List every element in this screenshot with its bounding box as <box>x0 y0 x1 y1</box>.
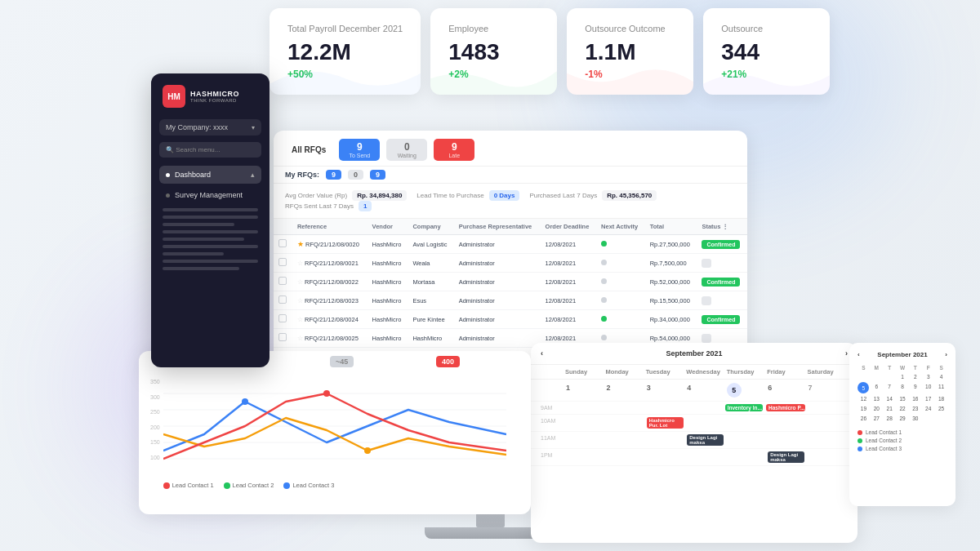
mini-cal-num[interactable]: 12 <box>858 394 870 403</box>
table-row[interactable]: ☆ RFQ/21/12/08/0021 HashMicro Weala Admi… <box>274 254 747 273</box>
th-vendor: Vendor <box>368 219 408 235</box>
mini-cal-num[interactable]: 15 <box>897 394 909 403</box>
mini-cal-num[interactable]: 17 <box>922 394 934 403</box>
mini-cal-num[interactable]: 24 <box>922 404 934 413</box>
checkbox[interactable] <box>278 295 287 304</box>
mini-cal-num[interactable]: 3 <box>922 372 934 381</box>
status-badge <box>702 296 711 305</box>
mini-cal-num[interactable]: 28 <box>884 414 896 423</box>
table-row[interactable]: ☆ RFQ/21/12/08/0022 HashMicro Mortasa Ad… <box>274 273 747 291</box>
event-inventory[interactable]: Inventory In... <box>725 404 763 411</box>
event-design-lagi-2[interactable]: Design Lagi maksa <box>768 451 804 463</box>
cal-cell-6-10 <box>767 416 807 429</box>
mini-cal-num[interactable]: 13 <box>871 394 883 403</box>
calendar-day-header: Sunday Monday Tuesday Wednesday Thursday… <box>531 365 858 380</box>
mini-cal-num[interactable]: 14 <box>884 394 896 403</box>
th-company: Company <box>408 219 453 235</box>
mini-cal-num[interactable]: 11 <box>935 382 947 393</box>
mini-cal-num[interactable]: 7 <box>884 382 896 393</box>
cal-next-icon[interactable]: › <box>845 349 848 358</box>
mini-cal-num[interactable]: 1 <box>897 372 909 381</box>
chart-svg <box>163 377 506 475</box>
chevron-up-icon: ▴ <box>251 171 255 179</box>
sidebar-item-dashboard[interactable]: Dashboard ▴ <box>159 166 261 184</box>
checkbox[interactable] <box>278 333 287 341</box>
mini-cal-num[interactable]: 16 <box>909 394 921 403</box>
cal-cell-5-10 <box>727 416 767 429</box>
td-status <box>697 254 747 273</box>
mini-cal-num[interactable]: 2 <box>909 372 921 381</box>
td-reference: ★ RFQ/21/12/08/0020 <box>292 235 368 254</box>
td-vendor: HashMicro <box>368 273 408 291</box>
rfq-all-tab[interactable]: All RFQs <box>285 143 332 157</box>
mini-cal-prev-icon[interactable]: ‹ <box>858 351 860 358</box>
checkbox[interactable] <box>278 258 287 266</box>
td-company: Pure Kintee <box>408 310 453 329</box>
mini-cal-num[interactable]: 5 <box>858 382 869 393</box>
mini-cal-num[interactable]: 21 <box>884 404 896 413</box>
cal-day-mon: Monday <box>605 368 645 375</box>
mini-cal-num[interactable]: 8 <box>897 382 909 393</box>
mini-cal-num[interactable]: 30 <box>909 414 921 423</box>
td-rep: Administrator <box>454 235 541 254</box>
cal-date-2: 2 <box>605 383 645 398</box>
sidebar-company[interactable]: My Company: xxxx ▾ <box>159 119 261 136</box>
mini-cal-day-label: S <box>858 363 870 372</box>
td-reference: ☆ RFQ/21/12/08/0023 <box>292 291 368 310</box>
event-hashmicro-pur[interactable]: Hashmicro Pur. Lot <box>647 417 684 429</box>
mini-cal-day-label: M <box>871 363 883 372</box>
sidebar-item-survey[interactable]: Survey Management <box>159 186 261 204</box>
cal-date-3: 3 <box>646 383 686 398</box>
mini-cal-num[interactable]: 20 <box>871 404 883 413</box>
my-rfqs-count-1: 9 <box>326 170 341 180</box>
cal-week-num <box>541 383 565 398</box>
mini-cal-next-icon[interactable]: › <box>945 351 947 358</box>
event-hashmicro-p[interactable]: Hashmicro P... <box>766 404 805 411</box>
mini-cal-num[interactable]: 18 <box>935 394 947 403</box>
mini-cal-num[interactable]: 23 <box>909 404 921 413</box>
sidebar-bar-5 <box>163 238 244 241</box>
event-design-lagi-1[interactable]: Design Lagi maksa <box>687 434 724 446</box>
kpi-purchased: Purchased Last 7 Days Rp. 45,356,570 <box>529 190 657 201</box>
stat-badge-tosend: 9 To Send <box>339 139 380 161</box>
mini-cal-day-label: T <box>909 363 921 372</box>
my-rfqs-label: My RFQs: <box>285 171 319 179</box>
td-vendor: HashMicro <box>368 235 408 254</box>
y-label-3: 200 <box>150 424 160 430</box>
mini-cal-num[interactable]: 6 <box>871 382 883 393</box>
table-row[interactable]: ☆ RFQ/21/12/08/0023 HashMicro Esus Admin… <box>274 291 747 310</box>
mini-cal-num[interactable]: 10 <box>922 382 934 393</box>
td-company: Weala <box>408 254 453 273</box>
my-rfqs-count-2: 0 <box>348 170 363 180</box>
mini-cal-num[interactable]: 27 <box>871 414 883 423</box>
th-deadline: Order Deadline <box>541 219 597 235</box>
table-row[interactable]: ★ RFQ/21/12/08/0020 HashMicro Aval Logis… <box>274 235 747 254</box>
legend-label-1: Lead Contact 1 <box>172 482 214 489</box>
star-placeholder: ☆ <box>297 316 303 323</box>
mini-calendar: ‹ September 2021 › SMTWTFS 1234567891011… <box>849 343 956 506</box>
checkbox[interactable] <box>278 314 287 322</box>
mini-cal-num[interactable]: 26 <box>858 414 870 423</box>
cal-cell-7-11 <box>808 433 848 447</box>
mini-cal-num[interactable]: 9 <box>909 382 921 393</box>
td-total: Rp.34,000,000 <box>645 310 697 329</box>
cal-prev-icon[interactable]: ‹ <box>541 349 543 358</box>
mini-cal-num[interactable]: 19 <box>858 404 870 413</box>
sidebar-bar-2 <box>163 216 258 219</box>
table-row[interactable]: ☆ RFQ/21/12/08/0024 HashMicro Pure Kinte… <box>274 310 747 329</box>
mini-cal-num[interactable]: 22 <box>897 404 909 413</box>
mini-cal-day-label: T <box>884 363 896 372</box>
mini-cal-num[interactable]: 4 <box>935 372 947 381</box>
mini-cal-num[interactable]: 29 <box>897 414 909 423</box>
mini-cal-num[interactable]: 25 <box>935 404 947 413</box>
cal-cell-7-10 <box>808 416 848 429</box>
legend-dot-1 <box>163 482 170 489</box>
checkbox[interactable] <box>278 239 287 247</box>
sidebar-search[interactable]: 🔍 Search menu... <box>159 142 261 158</box>
td-company: Mortasa <box>408 273 453 291</box>
td-rep: Administrator <box>454 310 541 329</box>
sidebar-bar-7 <box>163 252 224 256</box>
metric-cards-container: Total Payroll December 2021 12.2M +50% E… <box>270 8 830 95</box>
td-reference: ☆ RFQ/21/12/08/0024 <box>292 310 368 329</box>
checkbox[interactable] <box>278 277 287 285</box>
